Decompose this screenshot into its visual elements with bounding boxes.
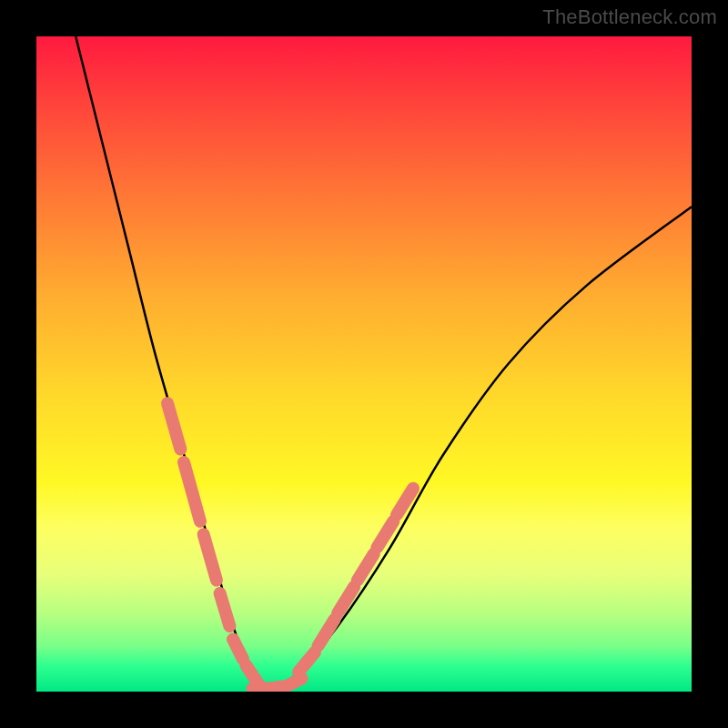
chart-frame: TheBottleneck.com [0, 0, 728, 728]
ridge-segment [298, 652, 315, 672]
ridge-segment [204, 534, 217, 580]
ridge-segment [233, 639, 243, 659]
ridge-segment [338, 587, 354, 613]
curve-svg [36, 36, 692, 692]
ridge-segment [220, 593, 230, 626]
ridge-group [167, 403, 413, 688]
ridge-segment [288, 679, 301, 685]
ridge-segment [377, 521, 393, 548]
watermark-text: TheBottleneck.com [542, 5, 717, 29]
bottleneck-curve [76, 36, 692, 692]
plot-area [36, 36, 692, 692]
ridge-segment [184, 462, 200, 521]
ridge-segment [167, 403, 180, 449]
ridge-segment [318, 620, 335, 646]
